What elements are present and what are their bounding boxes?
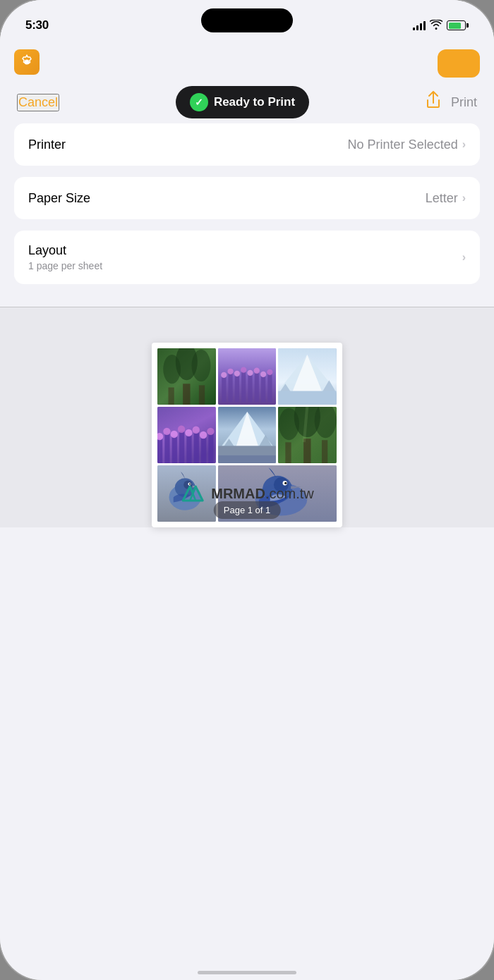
svg-rect-29 [278, 391, 337, 405]
paper-size-row[interactable]: Paper Size Letter › [14, 177, 480, 219]
photo-cell-mountain-2 [218, 407, 277, 463]
battery-icon [447, 20, 469, 30]
svg-point-21 [253, 368, 259, 374]
wifi-icon [430, 20, 442, 32]
printer-value-container: No Printer Selected › [348, 137, 466, 152]
header-bar: Cancel ✓ Ready to Print Print [0, 81, 494, 123]
paper-size-value-container: Letter › [426, 191, 466, 206]
svg-point-23 [267, 369, 272, 375]
svg-point-22 [260, 372, 266, 377]
printer-card: Printer No Printer Selected › [14, 123, 480, 166]
printer-label: Printer [28, 137, 66, 152]
svg-rect-13 [254, 372, 258, 402]
gear-icon [14, 49, 40, 75]
layout-row[interactable]: Layout 1 page per sheet › [14, 231, 480, 284]
share-icon[interactable] [426, 91, 441, 114]
svg-rect-8 [222, 376, 226, 402]
layout-sublabel: 1 page per sheet [28, 260, 102, 271]
svg-point-45 [200, 431, 207, 439]
svg-point-16 [221, 372, 227, 378]
svg-rect-53 [218, 455, 277, 463]
status-bar: 5:30 [0, 0, 494, 42]
svg-point-42 [178, 426, 185, 433]
svg-rect-9 [228, 373, 232, 402]
svg-rect-14 [261, 376, 265, 402]
ready-to-print-label: Ready to Print [214, 95, 295, 109]
svg-rect-4 [183, 384, 190, 405]
photo-cell-lavender-1 [218, 348, 277, 405]
print-button[interactable]: Print [451, 95, 477, 110]
signal-bar-4 [423, 21, 426, 30]
layout-chevron-icon: › [462, 251, 466, 264]
svg-point-17 [227, 369, 233, 374]
paper-size-chevron-icon: › [462, 192, 466, 204]
mrmad-logo-icon [180, 481, 205, 506]
svg-rect-7 [218, 348, 277, 405]
printer-value: No Printer Selected [348, 137, 458, 152]
svg-rect-31 [157, 439, 162, 463]
photo-cell-lavender-2 [157, 407, 216, 463]
svg-rect-37 [201, 437, 206, 463]
signal-bar-2 [416, 25, 418, 30]
svg-rect-38 [208, 434, 213, 463]
svg-rect-34 [179, 431, 184, 463]
photo-cell-forest-2 [278, 407, 337, 463]
svg-rect-6 [199, 385, 205, 405]
svg-rect-60 [322, 440, 327, 463]
paper-size-value: Letter [426, 191, 458, 206]
layout-card: Layout 1 page per sheet › [14, 231, 480, 284]
svg-rect-32 [164, 434, 169, 463]
check-circle-icon: ✓ [190, 93, 208, 111]
ready-to-print-pill: ✓ Ready to Print [176, 86, 309, 118]
svg-point-40 [163, 428, 170, 435]
svg-rect-5 [168, 387, 174, 405]
status-icons [413, 20, 469, 32]
photo-cell-mountain-1 [278, 348, 337, 405]
watermark: MRMAD.com.tw [180, 481, 314, 506]
svg-rect-11 [241, 372, 246, 402]
checkmark-icon: ✓ [195, 97, 203, 108]
svg-point-19 [241, 367, 246, 373]
svg-point-3 [192, 350, 211, 381]
phone-screen: 5:30 [0, 0, 494, 980]
mrmad-domain: .com.tw [265, 486, 314, 501]
svg-rect-59 [286, 442, 291, 463]
status-time: 5:30 [25, 18, 49, 32]
cancel-button[interactable]: Cancel [17, 94, 59, 111]
layout-label-stack: Layout 1 page per sheet [28, 243, 102, 271]
svg-rect-35 [186, 435, 191, 463]
dynamic-island [201, 8, 293, 32]
printer-row[interactable]: Printer No Printer Selected › [14, 123, 480, 166]
mrmad-text: MRMAD.com.tw [211, 486, 314, 502]
upper-section: Printer No Printer Selected › Paper Size… [0, 123, 494, 307]
signal-bars-icon [413, 20, 426, 30]
top-left-gear [14, 49, 45, 80]
top-right-button[interactable] [438, 49, 480, 78]
printer-chevron-icon: › [462, 138, 466, 151]
svg-rect-12 [248, 374, 252, 402]
photo-cell-forest-1 [157, 348, 216, 405]
signal-bar-1 [413, 27, 415, 30]
phone-frame: 5:30 [0, 0, 494, 980]
svg-rect-36 [194, 432, 199, 463]
svg-point-43 [185, 429, 192, 436]
home-indicator [198, 971, 296, 974]
svg-point-46 [207, 428, 214, 435]
svg-point-20 [247, 370, 253, 376]
paper-size-card: Paper Size Letter › [14, 177, 480, 219]
header-right: Print [426, 91, 477, 114]
paper-size-label: Paper Size [28, 191, 90, 206]
svg-point-56 [279, 408, 299, 440]
svg-rect-58 [303, 439, 311, 463]
svg-rect-33 [172, 436, 177, 463]
svg-point-18 [234, 371, 239, 376]
svg-rect-15 [267, 374, 272, 402]
lower-section: Page 1 of 1 MRMAD.com.tw [0, 307, 494, 527]
svg-point-2 [163, 355, 181, 384]
svg-rect-10 [234, 375, 239, 402]
svg-point-41 [171, 431, 178, 438]
layout-label: Layout [28, 243, 102, 258]
svg-point-44 [193, 427, 200, 434]
signal-bar-3 [420, 23, 422, 30]
mrmad-bold: MRMAD [211, 486, 265, 501]
